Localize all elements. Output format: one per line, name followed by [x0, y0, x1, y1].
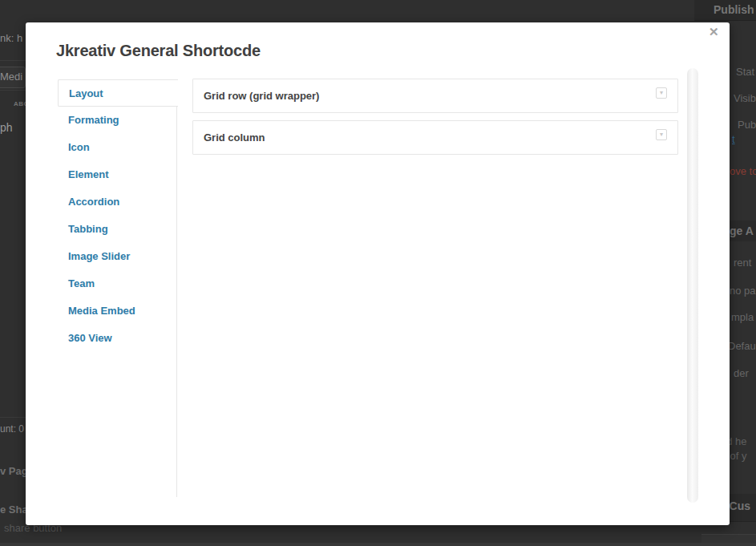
tab-icon[interactable]: Icon [58, 134, 177, 161]
shortcode-item-grid-row[interactable]: Grid row (grid wrapper) ▾ [192, 79, 678, 113]
bg-move-to-trash-fragment: ove to [730, 165, 756, 177]
shortcode-item-label: Grid column [204, 131, 265, 144]
tab-element[interactable]: Element [58, 161, 177, 188]
bg-bottom-band [0, 543, 756, 546]
bg-divider-line [0, 417, 26, 418]
dropdown-expand-icon[interactable]: ▾ [656, 87, 667, 99]
shortcode-item-label: Grid row (grid wrapper) [204, 90, 319, 102]
bg-template-select-fragment: Defau [728, 340, 756, 352]
tab-360-view[interactable]: 360 View [58, 325, 177, 352]
bg-paragraph-dropdown-fragment: ph [0, 121, 13, 134]
bg-visibility-fragment: Visib [734, 92, 756, 104]
shortcode-item-grid-column[interactable]: Grid column ▾ [192, 120, 678, 155]
bg-order-label-fragment: der [734, 367, 749, 379]
dropdown-expand-icon[interactable]: ▾ [656, 129, 667, 140]
bg-divider-line [0, 60, 26, 61]
bg-permalink-fragment: nk: h [0, 32, 22, 44]
bg-edit-link-fragment: t [732, 133, 735, 145]
bg-template-label-fragment: mpla [731, 311, 754, 323]
bg-add-media-label: Medi [0, 71, 22, 83]
shortcode-tab-list: Layout Formating Icon Element Accordion … [58, 79, 177, 352]
bg-published-fragment: Pub [738, 119, 756, 131]
modal-scrollbar[interactable] [687, 68, 698, 503]
bg-page-setting-header-fragment: v Pag [0, 465, 28, 477]
close-icon[interactable]: ✕ [709, 26, 719, 38]
bg-page-attributes-label-fragment: ge A [730, 224, 754, 237]
shortcode-modal: ✕ Jkreativ General Shortocde Layout Form… [26, 22, 730, 525]
tab-image-slider[interactable]: Image Slider [58, 243, 177, 270]
bg-publish-header-label: Publish [714, 3, 754, 16]
bg-status-fragment: Stat [736, 66, 754, 78]
screen: nk: h Medi ABC ph unt: 0 v Pag e Shar sh… [0, 0, 756, 546]
modal-title: Jkreativ General Shortocde [56, 42, 261, 60]
tab-team[interactable]: Team [58, 270, 177, 297]
bg-word-count-fragment: unt: 0 [0, 423, 24, 435]
bg-parent-select-fragment: no pa [730, 285, 756, 297]
bg-parent-label-fragment: rent [734, 257, 751, 269]
tab-column-divider [176, 107, 177, 497]
tab-media-embed[interactable]: Media Embed [58, 297, 177, 325]
tab-layout[interactable]: Layout [58, 79, 178, 107]
tab-accordion[interactable]: Accordion [58, 188, 177, 216]
shortcode-list: Grid row (grid wrapper) ▾ Grid column ▾ [192, 79, 678, 162]
bg-divider-line [0, 90, 26, 91]
tab-formating[interactable]: Formating [58, 107, 177, 134]
tab-tabbing[interactable]: Tabbing [58, 216, 177, 243]
